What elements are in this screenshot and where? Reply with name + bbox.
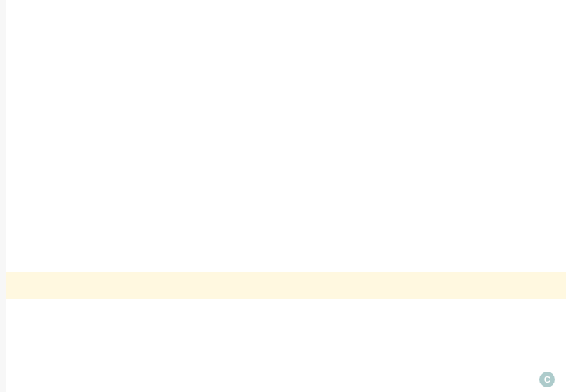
code-line: [9, 282, 138, 296]
code-line: [9, 68, 138, 81]
code-line: [9, 175, 138, 189]
code-line: [9, 149, 138, 162]
code-line: [9, 309, 138, 322]
code-line: [9, 202, 138, 215]
code-line: [9, 15, 138, 28]
code-block: [9, 2, 138, 392]
watermark: C: [539, 372, 561, 387]
code-line: [9, 336, 138, 349]
gutter: [0, 0, 6, 392]
watermark-icon: C: [539, 372, 555, 387]
code-line: [9, 363, 138, 376]
code-line: [9, 122, 138, 135]
code-line: [9, 95, 138, 109]
code-line: [9, 229, 138, 243]
code-line: [9, 256, 138, 269]
code-line: [9, 41, 138, 55]
